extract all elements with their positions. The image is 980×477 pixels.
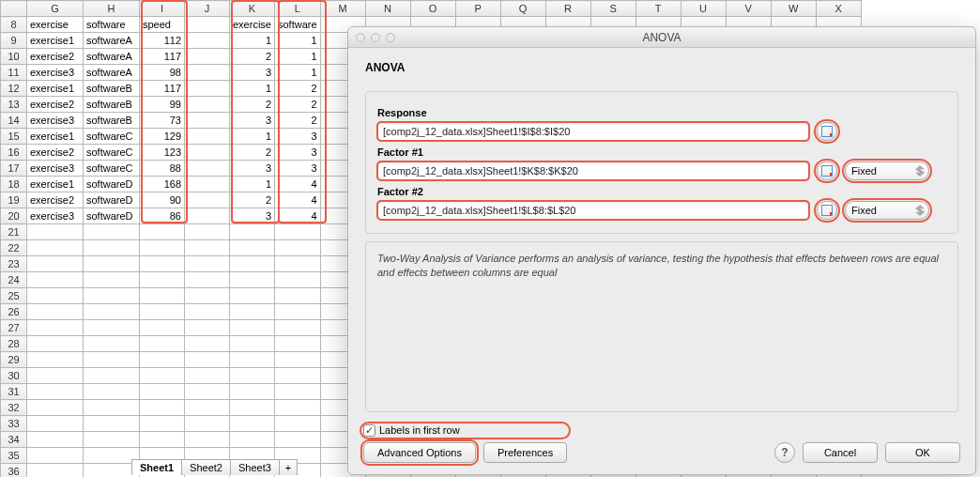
cell[interactable]: 1 bbox=[275, 49, 321, 65]
cell[interactable]: softwareB bbox=[84, 81, 140, 97]
row-header[interactable]: 11 bbox=[1, 65, 27, 81]
cell[interactable]: 73 bbox=[140, 113, 185, 129]
cell[interactable]: softwareA bbox=[84, 49, 140, 65]
cell[interactable] bbox=[27, 368, 84, 384]
factor1-type-select[interactable]: Fixed bbox=[845, 162, 929, 180]
cell[interactable] bbox=[140, 320, 185, 336]
cell[interactable] bbox=[27, 256, 84, 272]
row-header[interactable]: 35 bbox=[1, 448, 27, 464]
cell[interactable] bbox=[27, 336, 84, 352]
cell[interactable]: 168 bbox=[140, 177, 185, 192]
column-header-R[interactable]: R bbox=[545, 1, 590, 17]
cell[interactable] bbox=[230, 416, 275, 432]
advanced-options-button[interactable]: Advanced Options bbox=[363, 442, 476, 463]
row-header[interactable]: 31 bbox=[1, 384, 27, 400]
cell[interactable] bbox=[27, 304, 84, 320]
cell[interactable] bbox=[275, 416, 321, 432]
cell[interactable]: exercise1 bbox=[27, 33, 84, 49]
cell[interactable] bbox=[84, 352, 140, 368]
cell[interactable] bbox=[185, 272, 230, 288]
cell[interactable]: 112 bbox=[140, 33, 185, 49]
cell[interactable] bbox=[185, 49, 230, 65]
cell[interactable] bbox=[185, 320, 230, 336]
cell[interactable] bbox=[185, 145, 230, 161]
cell[interactable] bbox=[140, 256, 185, 272]
column-header-S[interactable]: S bbox=[590, 1, 635, 17]
cell[interactable] bbox=[275, 224, 321, 240]
cell[interactable]: 1 bbox=[230, 177, 275, 192]
cell[interactable] bbox=[185, 129, 230, 145]
cell[interactable]: 86 bbox=[140, 208, 185, 224]
cell[interactable]: softwareC bbox=[84, 161, 140, 177]
cell[interactable] bbox=[185, 192, 230, 208]
cell[interactable] bbox=[27, 288, 84, 304]
preferences-button[interactable]: Preferences bbox=[483, 442, 567, 463]
cell[interactable] bbox=[185, 256, 230, 272]
cell[interactable] bbox=[275, 288, 321, 304]
cell[interactable] bbox=[140, 272, 185, 288]
cell[interactable] bbox=[230, 272, 275, 288]
cell[interactable] bbox=[275, 384, 321, 400]
cell[interactable] bbox=[185, 384, 230, 400]
cell[interactable] bbox=[27, 464, 84, 478]
cell[interactable] bbox=[140, 432, 185, 448]
cell[interactable]: 1 bbox=[230, 33, 275, 49]
column-header-X[interactable]: X bbox=[816, 1, 861, 17]
cell[interactable] bbox=[230, 224, 275, 240]
cell[interactable]: exercise1 bbox=[27, 81, 84, 97]
column-header-O[interactable]: O bbox=[410, 1, 455, 17]
factor2-type-select[interactable]: Fixed bbox=[845, 201, 929, 220]
cell[interactable] bbox=[230, 336, 275, 352]
cell[interactable]: 2 bbox=[275, 97, 321, 113]
cell[interactable] bbox=[185, 17, 230, 33]
cell[interactable]: 2 bbox=[275, 113, 321, 129]
row-header[interactable]: 8 bbox=[1, 17, 27, 33]
column-header-I[interactable]: I bbox=[140, 1, 185, 17]
column-header-M[interactable]: M bbox=[320, 1, 365, 17]
cell[interactable] bbox=[185, 368, 230, 384]
cell[interactable] bbox=[275, 400, 321, 416]
cell[interactable]: 4 bbox=[275, 208, 321, 224]
row-header[interactable]: 22 bbox=[1, 240, 27, 256]
cell[interactable]: exercise2 bbox=[27, 145, 84, 161]
cell[interactable]: 1 bbox=[230, 129, 275, 145]
cell[interactable]: 2 bbox=[230, 192, 275, 208]
cell[interactable] bbox=[84, 416, 140, 432]
cell[interactable] bbox=[27, 320, 84, 336]
cell[interactable] bbox=[185, 177, 230, 192]
cell[interactable]: exercise2 bbox=[27, 49, 84, 65]
cell[interactable]: 117 bbox=[140, 81, 185, 97]
cell[interactable]: softwareA bbox=[84, 33, 140, 49]
cell[interactable]: 88 bbox=[140, 161, 185, 177]
cell[interactable]: 98 bbox=[140, 65, 185, 81]
cell[interactable]: softwareD bbox=[84, 177, 140, 192]
cell[interactable] bbox=[185, 240, 230, 256]
cell[interactable]: 3 bbox=[230, 161, 275, 177]
cell[interactable]: 117 bbox=[140, 49, 185, 65]
cell[interactable] bbox=[275, 320, 321, 336]
cell[interactable] bbox=[27, 224, 84, 240]
cell[interactable] bbox=[185, 352, 230, 368]
cell[interactable]: 2 bbox=[230, 145, 275, 161]
cell[interactable]: 1 bbox=[275, 33, 321, 49]
cell[interactable]: exercise3 bbox=[27, 113, 84, 129]
cell[interactable]: exercise bbox=[27, 17, 84, 33]
row-header[interactable]: 13 bbox=[1, 97, 27, 113]
cell[interactable] bbox=[84, 256, 140, 272]
cell[interactable]: exercise2 bbox=[27, 97, 84, 113]
cell[interactable] bbox=[230, 368, 275, 384]
cell[interactable]: 90 bbox=[140, 192, 185, 208]
cell[interactable] bbox=[230, 256, 275, 272]
cell[interactable]: 3 bbox=[275, 161, 321, 177]
cell[interactable]: exercise1 bbox=[27, 177, 84, 192]
column-header-T[interactable]: T bbox=[635, 1, 681, 17]
cell[interactable] bbox=[140, 400, 185, 416]
cell[interactable] bbox=[27, 432, 84, 448]
cell[interactable] bbox=[140, 240, 185, 256]
row-header[interactable]: 18 bbox=[1, 177, 27, 192]
cell[interactable]: exercise1 bbox=[27, 129, 84, 145]
cell[interactable]: exercise bbox=[230, 17, 275, 33]
cell[interactable] bbox=[27, 400, 84, 416]
row-header[interactable]: 14 bbox=[1, 113, 27, 129]
cell[interactable]: exercise3 bbox=[27, 65, 84, 81]
